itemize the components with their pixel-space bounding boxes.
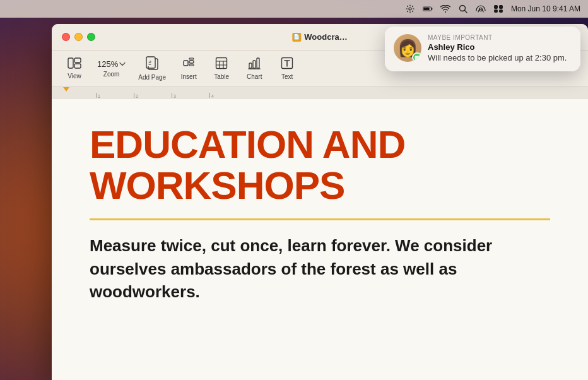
airdrop-icon[interactable] (476, 4, 486, 14)
chart-label: Chart (247, 73, 262, 80)
zoom-button[interactable]: 125% Zoom (92, 57, 131, 80)
notification[interactable]: 👩 MAYBE IMPORTANT Ashley Rico Will needs… (385, 27, 580, 71)
svg-point-0 (409, 8, 411, 10)
heading-line-1: EDUCATION AND (90, 124, 550, 165)
ruler: 1 2 3 4 (52, 87, 588, 98)
messages-badge (412, 52, 421, 62)
app-window: 📄 Woodcra… View 125% (52, 24, 588, 380)
document-title: Woodcra… (304, 32, 347, 42)
ruler-tick-3: 3 (172, 93, 209, 98)
settings-icon[interactable] (405, 4, 415, 14)
maximize-button[interactable] (87, 33, 95, 41)
ruler-tick-1: 1 (96, 93, 134, 98)
table-icon (215, 57, 228, 71)
zoom-value: 125% (97, 59, 118, 69)
svg-rect-14 (184, 61, 188, 66)
table-label: Table (214, 73, 229, 80)
svg-rect-12 (74, 64, 81, 68)
document-content: EDUCATION AND WORKSHOPS Measure twice, c… (52, 98, 588, 380)
svg-rect-17 (189, 58, 194, 59)
svg-rect-3 (423, 8, 429, 10)
table-button[interactable]: Table (206, 54, 237, 83)
svg-rect-19 (249, 63, 252, 68)
notification-message: Will needs to be picked up at 2:30 pm. (428, 53, 572, 64)
notification-importance: MAYBE IMPORTANT (428, 34, 572, 41)
ruler-tick-2: 2 (134, 93, 172, 98)
view-label: View (68, 73, 81, 80)
svg-rect-8 (494, 9, 498, 13)
ruler-tick-4: 4 (209, 93, 247, 98)
text-icon (281, 57, 293, 71)
chart-button[interactable]: Chart (239, 54, 269, 83)
traffic-lights (62, 33, 95, 41)
menubar: Mon Jun 10 9:41 AM (0, 0, 588, 18)
view-button[interactable]: View (59, 55, 90, 82)
svg-rect-7 (499, 5, 503, 9)
svg-rect-11 (74, 58, 81, 62)
svg-rect-10 (68, 58, 73, 68)
svg-rect-6 (494, 5, 498, 9)
control-center-icon[interactable] (493, 4, 503, 14)
insert-button[interactable]: Insert (173, 54, 204, 83)
chart-icon (248, 57, 261, 71)
svg-rect-21 (257, 58, 259, 68)
battery-icon[interactable] (423, 4, 433, 14)
notification-avatar: 👩 (394, 34, 421, 62)
svg-rect-20 (253, 61, 256, 68)
zoom-label: Zoom (103, 71, 120, 78)
svg-rect-16 (189, 64, 194, 66)
text-button[interactable]: Text (272, 54, 302, 83)
insert-label: Insert (181, 73, 197, 80)
view-icon (68, 57, 81, 71)
insert-icon (182, 57, 195, 71)
add-page-button[interactable]: Add Page (133, 54, 171, 83)
document-divider (90, 218, 550, 220)
text-label: Text (281, 73, 293, 80)
titlebar-title: 📄 Woodcra… (292, 32, 347, 42)
wifi-icon[interactable] (440, 4, 450, 14)
svg-rect-15 (189, 61, 194, 63)
add-page-icon (146, 56, 158, 72)
add-page-label: Add Page (138, 74, 166, 81)
notification-content: MAYBE IMPORTANT Ashley Rico Will needs t… (428, 34, 572, 64)
desktop: Mon Jun 10 9:41 AM 📄 Woodcra… (0, 0, 588, 380)
heading-line-2: WORKSHOPS (90, 165, 550, 206)
document-body: Measure twice, cut once, learn forever. … (90, 234, 550, 303)
search-icon[interactable] (458, 4, 468, 14)
menubar-time: Mon Jun 10 9:41 AM (511, 4, 580, 13)
chevron-down-icon (119, 62, 126, 66)
minimize-button[interactable] (74, 33, 83, 41)
notification-sender: Ashley Rico (428, 42, 572, 52)
close-button[interactable] (62, 33, 70, 41)
svg-rect-18 (216, 58, 227, 69)
svg-rect-2 (432, 8, 433, 9)
svg-rect-9 (499, 9, 503, 13)
document-icon: 📄 (292, 33, 301, 42)
document-heading: EDUCATION AND WORKSHOPS (90, 124, 550, 206)
ruler-indent-marker (63, 87, 69, 92)
